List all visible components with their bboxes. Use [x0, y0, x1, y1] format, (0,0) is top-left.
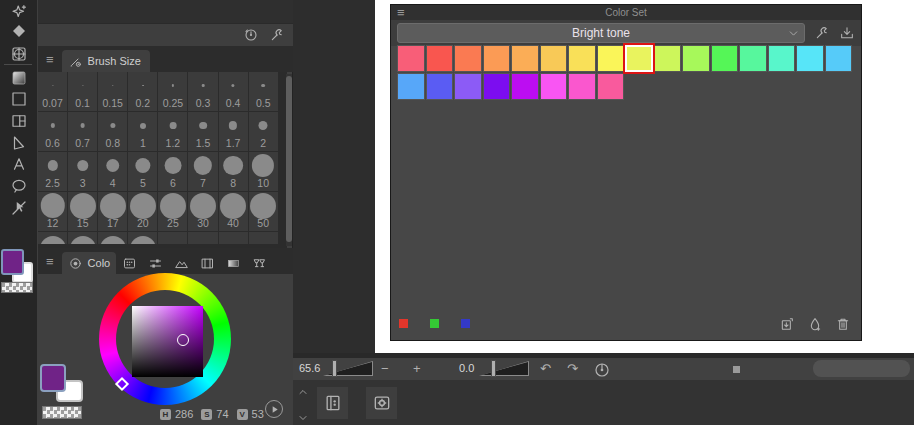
color-swatch[interactable] — [597, 73, 625, 100]
brush-size-cell[interactable]: 3 — [68, 152, 98, 192]
display-color-swatch[interactable] — [430, 319, 439, 328]
window-menu-icon[interactable]: ≡ — [397, 6, 405, 19]
zoom-in-button[interactable]: + — [413, 361, 421, 376]
tab-approximate-color[interactable] — [168, 254, 194, 272]
brush-size-cell-partial[interactable] — [188, 232, 218, 244]
tab-gradient[interactable] — [220, 254, 246, 272]
panel-menu-icon[interactable]: ≡ — [46, 255, 54, 268]
brush-size-cell[interactable]: 7 — [188, 152, 218, 192]
sv-cursor[interactable] — [177, 334, 189, 346]
color-swatch[interactable] — [483, 73, 511, 100]
rotate-cw-icon[interactable]: ↷ — [567, 361, 578, 376]
brush-size-cell-partial[interactable] — [98, 232, 128, 244]
color-swatch[interactable] — [711, 45, 739, 72]
color-swatch[interactable] — [511, 73, 539, 100]
brush-size-scrollbar[interactable] — [286, 74, 292, 246]
brush-size-cell[interactable]: 2 — [249, 112, 279, 152]
color-swatch[interactable] — [540, 73, 568, 100]
brush-size-cell-partial[interactable] — [158, 232, 188, 244]
brush-size-cell[interactable]: 50 — [249, 192, 279, 232]
gradient-tool[interactable] — [0, 67, 37, 89]
tab-color-history[interactable] — [194, 254, 220, 272]
brush-size-cell[interactable]: 0.1 — [68, 72, 98, 112]
eraser-tool[interactable] — [0, 20, 37, 42]
display-color-swatch[interactable] — [399, 319, 408, 328]
color-swatch[interactable] — [568, 45, 596, 72]
reset-rotation-icon[interactable] — [593, 361, 611, 379]
brush-size-cell[interactable]: 8 — [219, 152, 249, 192]
replace-color-icon[interactable] — [779, 316, 795, 332]
color-swatch[interactable] — [426, 45, 454, 72]
tab-color-wheel[interactable]: Colo — [62, 252, 117, 274]
color-swatch[interactable] — [796, 45, 824, 72]
blend-tool[interactable] — [0, 43, 37, 65]
add-color-icon[interactable] — [807, 316, 823, 332]
operation-tool[interactable] — [0, 197, 37, 219]
brush-size-cell-partial[interactable] — [219, 232, 249, 244]
color-swatch[interactable] — [825, 45, 853, 72]
color-swatch[interactable] — [483, 45, 511, 72]
page-view-button[interactable] — [317, 387, 348, 419]
brush-size-cell[interactable]: 30 — [188, 192, 218, 232]
transparent-color-swatch[interactable] — [42, 406, 82, 419]
ruler-tool[interactable] — [0, 132, 37, 154]
import-icon[interactable] — [839, 25, 855, 41]
brush-size-cell[interactable]: 1.5 — [188, 112, 218, 152]
brush-size-cell[interactable]: 0.3 — [188, 72, 218, 112]
color-swatch[interactable] — [397, 45, 425, 72]
brush-size-cell[interactable]: 1 — [128, 112, 158, 152]
brush-size-cell[interactable]: 0.25 — [158, 72, 188, 112]
color-swatch[interactable] — [511, 45, 539, 72]
color-swatch[interactable] — [426, 73, 454, 100]
brush-size-cell[interactable]: 0.15 — [98, 72, 128, 112]
actual-size-button[interactable] — [733, 366, 740, 373]
zoom-slider[interactable] — [323, 361, 373, 376]
tab-brush-size[interactable]: Brush Size — [62, 50, 150, 72]
color-swatch[interactable] — [682, 45, 710, 72]
color-set-titlebar[interactable]: ≡ Color Set — [391, 5, 861, 20]
delete-color-icon[interactable] — [835, 316, 851, 332]
brush-size-cell[interactable]: 0.5 — [249, 72, 279, 112]
brush-size-cell[interactable]: 0.2 — [128, 72, 158, 112]
brush-size-cell[interactable]: 1.7 — [219, 112, 249, 152]
reset-default-icon[interactable] — [243, 27, 259, 43]
reference-view-button[interactable] — [366, 387, 397, 419]
brush-size-cell[interactable]: 0.4 — [219, 72, 249, 112]
color-swatch[interactable] — [540, 45, 568, 72]
brush-size-cell-partial[interactable] — [249, 232, 279, 244]
tab-color-slider[interactable] — [142, 254, 168, 272]
brush-size-cell[interactable]: 0.07 — [38, 72, 68, 112]
brush-size-cell[interactable]: 25 — [158, 192, 188, 232]
brush-size-cell[interactable]: 15 — [68, 192, 98, 232]
tab-intermediate-color[interactable] — [246, 254, 272, 272]
brush-size-cell[interactable]: 0.8 — [98, 112, 128, 152]
color-swatch[interactable] — [597, 45, 625, 72]
color-swatch[interactable] — [768, 45, 796, 72]
color-swatch[interactable] — [454, 45, 482, 72]
scroll-down-icon[interactable] — [297, 412, 309, 424]
color-swatch-selected[interactable] — [625, 45, 653, 72]
zoom-slider-handle[interactable] — [332, 360, 337, 377]
brush-size-cell-partial[interactable] — [128, 232, 158, 244]
brush-size-cell[interactable]: 4 — [98, 152, 128, 192]
balloon-tool[interactable] — [0, 175, 37, 197]
scroll-up-icon[interactable] — [297, 386, 309, 398]
brush-size-cell[interactable]: 10 — [249, 152, 279, 192]
transparent-color-swatch[interactable] — [1, 282, 33, 293]
saturation-value-square[interactable] — [132, 306, 203, 377]
rotate-ccw-icon[interactable]: ↶ — [540, 361, 551, 376]
wrench-icon[interactable] — [269, 27, 285, 43]
edit-color-set-icon[interactable] — [814, 25, 830, 41]
brush-size-cell[interactable]: 2.5 — [38, 152, 68, 192]
foreground-color-swatch[interactable] — [40, 364, 66, 392]
zoom-out-button[interactable]: − — [381, 361, 389, 376]
color-swatch[interactable] — [397, 73, 425, 100]
brush-size-cell-partial[interactable] — [68, 232, 98, 244]
panel-menu-icon[interactable]: ≡ — [46, 53, 54, 66]
switch-wheel-button[interactable] — [265, 400, 283, 418]
color-swatch[interactable] — [568, 73, 596, 100]
brush-size-cell[interactable]: 17 — [98, 192, 128, 232]
rotate-slider-handle[interactable] — [491, 360, 496, 377]
rotate-slider[interactable] — [479, 361, 529, 376]
brush-size-cell[interactable]: 6 — [158, 152, 188, 192]
